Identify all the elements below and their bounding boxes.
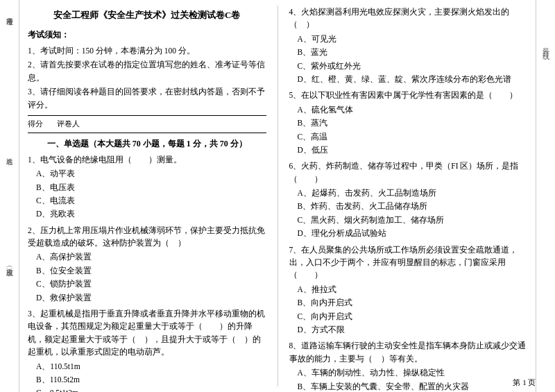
- part1-title: 一、单选题（本大题共 70 小题，每题 1 分，共 70 分）: [28, 137, 266, 151]
- q6-option-d: D、理化分析成品试验站: [298, 227, 528, 239]
- q1-options: A、动平表 B、电压表 C、电流表 D、兆欧表: [28, 167, 266, 221]
- q4-option-d: D、红、橙、黄、绿、蓝、靛、紫次序连续分布的彩色光谱: [298, 73, 528, 85]
- question-6: 6、火药、炸药制造、储存等过程中，甲类（FI 区）场所，是指（ ） A、起爆药、…: [289, 160, 528, 239]
- q4-text: 4、火焰探测器利用光电效应探测火灾，主要探测火焰发出的（ ）: [289, 6, 528, 31]
- question-5: 5、在以下职业性有害因素中属于化学性有害因素的是（ ） A、硫化氢气体 B、蒸汽…: [289, 89, 528, 156]
- q2-options: A、高保护装置 B、位安全装置 C、锁防护装置 D、救保护装置: [28, 250, 266, 304]
- question-3: 3、起重机械是指用于垂直升降或者垂直升降并水平移动重物的机电设备，其范围规定为额…: [28, 307, 266, 392]
- q3-option-c: C、0.5t1t2m: [36, 386, 266, 392]
- q7-option-d: D、方式不限: [298, 323, 528, 336]
- q4-option-a: A、可见光: [298, 33, 528, 45]
- q5-option-c: C、高温: [298, 130, 528, 143]
- q6-option-a: A、起爆药、击发药、火工品制造场所: [298, 187, 528, 199]
- q7-option-c: C、向内开启式: [298, 310, 528, 323]
- doc-title: 安全工程师《安全生产技术》过关检测试卷C卷: [28, 8, 266, 23]
- q7-option-b: B、向内开启式: [298, 296, 528, 309]
- q7-text: 7、在人员聚集的公共场所或工作场所必须设置安全疏散通道，出，入口不少于两个，并应…: [289, 244, 528, 282]
- question-7: 7、在人员聚集的公共场所或工作场所必须设置安全疏散通道，出，入口不少于两个，并应…: [289, 244, 528, 336]
- q4-options: A、可见光 B、蓝光 C、紫外或红外光 D、红、橙、黄、绿、蓝、靛、紫次序连续分…: [289, 33, 528, 86]
- q1-option-b: B、电压表: [36, 181, 266, 194]
- notice-block: 考试须知： 1、考试时间：150 分钟，本卷满分为 100 分。 2、请首先按要…: [28, 28, 266, 111]
- q2-text: 2、压力机上常用压塌片作业机械薄弱环节，保护主要受力抵抗免受超载造成的破坏。这种…: [28, 224, 266, 250]
- q1-option-a: A、动平表: [36, 167, 266, 180]
- page-container: 准考证号 姓名 座（班）次 安全工程师《安全生产技术》过关检测试卷C卷 考试须知…: [0, 0, 555, 392]
- q3-option-a: A、110.5t1m: [36, 360, 266, 373]
- notice-item-3: 3、请仔细阅读各种题目的回答要求，在密封线内答题，否则不予评分。: [28, 85, 266, 111]
- left-margin: 准考证号 姓名 座（班）次: [0, 0, 19, 392]
- q5-text: 5、在以下职业性有害因素中属于化学性有害因素的是（ ）: [289, 89, 528, 101]
- q1-option-d: D、兆欧表: [36, 207, 266, 220]
- q5-option-a: A、硫化氢气体: [298, 103, 528, 116]
- reviewer-label: 评卷人: [57, 118, 80, 130]
- q1-option-c: C、电流表: [36, 194, 266, 207]
- q1-text: 1、电气设备的绝缘电阻用（ ）测量。: [28, 153, 266, 166]
- q2-option-d: D、救保护装置: [36, 291, 266, 304]
- q3-text: 3、起重机械是指用于垂直升降或者垂直升降并水平移动重物的机电设备，其范围规定为额…: [28, 307, 266, 359]
- q4-option-c: C、紫外或红外光: [298, 60, 528, 72]
- q2-option-b: B、位安全装置: [36, 264, 266, 277]
- q5-options: A、硫化氢气体 B、蒸汽 C、高温 D、低压: [289, 103, 528, 157]
- q6-text: 6、火药、炸药制造、储存等过程中，甲类（FI 区）场所，是指（ ）: [289, 160, 528, 185]
- left-column: 安全工程师《安全生产技术》过关检测试卷C卷 考试须知： 1、考试时间：150 分…: [28, 6, 266, 386]
- main-content: 安全工程师《安全生产技术》过关检测试卷C卷 考试须知： 1、考试时间：150 分…: [19, 0, 536, 392]
- notice-item-1: 1、考试时间：150 分钟，本卷满分为 100 分。: [28, 44, 266, 57]
- q4-option-b: B、蓝光: [298, 46, 528, 58]
- q8-text: 8、道路运输车辆行驶的主动安全性是指车辆本身防止或减少交通事故的能力，主要与（ …: [289, 339, 528, 365]
- q2-option-a: A、高保护装置: [36, 250, 266, 263]
- q6-option-b: B、炸药、击发药、火工品储存场所: [298, 200, 528, 212]
- q2-option-c: C、锁防护装置: [36, 278, 266, 290]
- q7-options: A、推拉式 B、向内开启式 C、向内开启式 D、方式不限: [289, 283, 528, 336]
- q6-options: A、起爆药、击发药、火工品制造场所 B、炸药、击发药、火工品储存场所 C、黑火药…: [289, 187, 528, 240]
- notice-header: 考试须知：: [28, 28, 266, 42]
- column-divider: [278, 6, 278, 386]
- question-4: 4、火焰探测器利用光电效应探测火灾，主要探测火焰发出的（ ） A、可见光 B、蓝…: [289, 6, 528, 85]
- q6-option-c: C、黑火药、烟火药制造加工、储存场所: [298, 214, 528, 226]
- score-label: 得分: [28, 118, 43, 130]
- right-margin: 装订线: [536, 0, 555, 392]
- page-number: 第 1 页 共 12 页: [289, 377, 536, 389]
- score-row: 得分 评卷人: [28, 115, 266, 133]
- right-margin-label: 装订线: [541, 42, 551, 50]
- q3-options: A、110.5t1m B、110.5t2m C、0.5t1t2m D、0.5t2…: [28, 360, 266, 392]
- right-column: 4、火焰探测器利用光电效应探测火灾，主要探测火焰发出的（ ） A、可见光 B、蓝…: [289, 6, 528, 386]
- q5-option-b: B、蒸汽: [298, 117, 528, 129]
- question-1: 1、电气设备的绝缘电阻用（ ）测量。 A、动平表 B、电压表 C、电流表 D、兆…: [28, 153, 266, 221]
- q3-option-b: B、110.5t2m: [36, 373, 266, 386]
- notice-item-2: 2、请首先按要求在试卷的指定位置填写您的姓名、准考证号等信息。: [28, 58, 266, 84]
- q5-option-d: D、低压: [298, 144, 528, 156]
- question-2: 2、压力机上常用压塌片作业机械薄弱环节，保护主要受力抵抗免受超载造成的破坏。这种…: [28, 224, 266, 304]
- q7-option-a: A、推拉式: [298, 283, 528, 296]
